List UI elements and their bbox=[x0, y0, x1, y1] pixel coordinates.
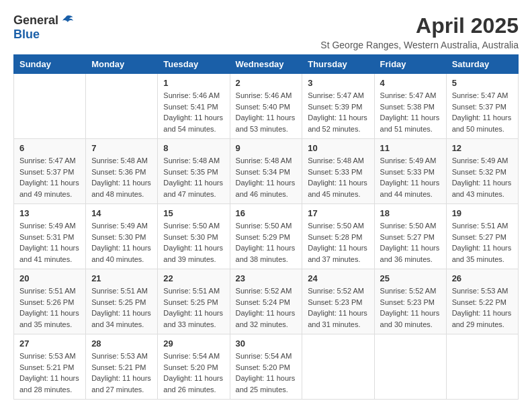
day-number: 1 bbox=[163, 78, 224, 88]
day-info: Sunrise: 5:52 AMSunset: 5:24 PMDaylight:… bbox=[236, 285, 297, 330]
day-info: Sunrise: 5:48 AMSunset: 5:35 PMDaylight:… bbox=[163, 155, 224, 199]
day-number: 17 bbox=[308, 208, 368, 218]
calendar-week-row: 13Sunrise: 5:49 AMSunset: 5:31 PMDayligh… bbox=[14, 204, 519, 269]
calendar-cell: 11Sunrise: 5:49 AMSunset: 5:33 PMDayligh… bbox=[374, 139, 446, 204]
calendar-cell: 12Sunrise: 5:49 AMSunset: 5:32 PMDayligh… bbox=[446, 139, 518, 204]
day-number: 3 bbox=[308, 78, 368, 88]
day-info: Sunrise: 5:53 AMSunset: 5:22 PMDaylight:… bbox=[452, 285, 513, 330]
day-number: 30 bbox=[236, 338, 297, 349]
calendar-cell bbox=[374, 334, 446, 400]
day-number: 15 bbox=[163, 208, 224, 218]
day-info: Sunrise: 5:52 AMSunset: 5:23 PMDaylight:… bbox=[308, 285, 368, 330]
calendar-header-tuesday: Tuesday bbox=[158, 55, 230, 74]
calendar-cell bbox=[14, 74, 86, 139]
day-number: 16 bbox=[236, 208, 297, 218]
calendar-cell: 28Sunrise: 5:53 AMSunset: 5:21 PMDayligh… bbox=[86, 334, 158, 400]
calendar-cell: 8Sunrise: 5:48 AMSunset: 5:35 PMDaylight… bbox=[158, 139, 230, 204]
header: General Blue April 2025 St George Ranges… bbox=[13, 13, 519, 50]
calendar-week-row: 20Sunrise: 5:51 AMSunset: 5:26 PMDayligh… bbox=[14, 269, 519, 334]
calendar-cell: 19Sunrise: 5:51 AMSunset: 5:27 PMDayligh… bbox=[446, 204, 518, 269]
calendar-cell bbox=[302, 334, 374, 400]
day-number: 24 bbox=[308, 273, 368, 283]
day-info: Sunrise: 5:46 AMSunset: 5:40 PMDaylight:… bbox=[236, 90, 297, 134]
calendar-week-row: 27Sunrise: 5:53 AMSunset: 5:21 PMDayligh… bbox=[14, 334, 519, 400]
calendar-header-sunday: Sunday bbox=[14, 55, 86, 74]
day-info: Sunrise: 5:49 AMSunset: 5:32 PMDaylight:… bbox=[452, 155, 513, 199]
calendar-cell: 20Sunrise: 5:51 AMSunset: 5:26 PMDayligh… bbox=[14, 269, 86, 334]
day-info: Sunrise: 5:51 AMSunset: 5:27 PMDaylight:… bbox=[452, 220, 513, 265]
day-number: 9 bbox=[236, 143, 297, 153]
day-number: 28 bbox=[91, 338, 152, 349]
calendar-header-friday: Friday bbox=[374, 55, 446, 74]
day-number: 19 bbox=[452, 208, 513, 218]
day-info: Sunrise: 5:52 AMSunset: 5:23 PMDaylight:… bbox=[380, 285, 441, 330]
day-number: 4 bbox=[380, 78, 441, 88]
day-number: 12 bbox=[452, 143, 513, 153]
day-info: Sunrise: 5:48 AMSunset: 5:34 PMDaylight:… bbox=[236, 155, 297, 199]
day-info: Sunrise: 5:49 AMSunset: 5:33 PMDaylight:… bbox=[380, 155, 441, 199]
calendar-cell: 23Sunrise: 5:52 AMSunset: 5:24 PMDayligh… bbox=[230, 269, 302, 334]
day-info: Sunrise: 5:47 AMSunset: 5:38 PMDaylight:… bbox=[380, 90, 441, 134]
day-info: Sunrise: 5:49 AMSunset: 5:31 PMDaylight:… bbox=[19, 220, 80, 265]
day-info: Sunrise: 5:47 AMSunset: 5:39 PMDaylight:… bbox=[308, 90, 368, 134]
day-info: Sunrise: 5:54 AMSunset: 5:20 PMDaylight:… bbox=[236, 351, 297, 395]
day-number: 22 bbox=[163, 273, 224, 283]
day-number: 25 bbox=[380, 273, 441, 283]
calendar-week-row: 1Sunrise: 5:46 AMSunset: 5:41 PMDaylight… bbox=[14, 74, 519, 139]
calendar-cell: 4Sunrise: 5:47 AMSunset: 5:38 PMDaylight… bbox=[374, 74, 446, 139]
title-area: April 2025 St George Ranges, Western Aus… bbox=[320, 13, 519, 50]
calendar-cell: 30Sunrise: 5:54 AMSunset: 5:20 PMDayligh… bbox=[230, 334, 302, 400]
calendar-cell bbox=[86, 74, 158, 139]
calendar-header-thursday: Thursday bbox=[302, 55, 374, 74]
day-number: 21 bbox=[91, 273, 152, 283]
calendar-cell: 22Sunrise: 5:51 AMSunset: 5:25 PMDayligh… bbox=[158, 269, 230, 334]
calendar-cell: 21Sunrise: 5:51 AMSunset: 5:25 PMDayligh… bbox=[86, 269, 158, 334]
calendar-cell: 7Sunrise: 5:48 AMSunset: 5:36 PMDaylight… bbox=[86, 139, 158, 204]
day-info: Sunrise: 5:50 AMSunset: 5:27 PMDaylight:… bbox=[380, 220, 441, 265]
day-info: Sunrise: 5:50 AMSunset: 5:28 PMDaylight:… bbox=[308, 220, 368, 265]
calendar-cell: 18Sunrise: 5:50 AMSunset: 5:27 PMDayligh… bbox=[374, 204, 446, 269]
calendar-table: SundayMondayTuesdayWednesdayThursdayFrid… bbox=[13, 54, 519, 400]
day-info: Sunrise: 5:51 AMSunset: 5:25 PMDaylight:… bbox=[91, 285, 152, 330]
day-info: Sunrise: 5:46 AMSunset: 5:41 PMDaylight:… bbox=[163, 90, 224, 134]
calendar-cell: 9Sunrise: 5:48 AMSunset: 5:34 PMDaylight… bbox=[230, 139, 302, 204]
logo-general-text: General bbox=[13, 13, 58, 28]
calendar-cell: 14Sunrise: 5:49 AMSunset: 5:30 PMDayligh… bbox=[86, 204, 158, 269]
day-number: 5 bbox=[452, 78, 513, 88]
day-info: Sunrise: 5:48 AMSunset: 5:33 PMDaylight:… bbox=[308, 155, 368, 199]
day-number: 13 bbox=[19, 208, 80, 218]
day-number: 14 bbox=[91, 208, 152, 218]
logo-blue-text: Blue bbox=[13, 28, 40, 41]
day-number: 11 bbox=[380, 143, 441, 153]
day-number: 20 bbox=[19, 273, 80, 283]
day-number: 18 bbox=[380, 208, 441, 218]
day-number: 8 bbox=[163, 143, 224, 153]
day-info: Sunrise: 5:47 AMSunset: 5:37 PMDaylight:… bbox=[19, 155, 80, 199]
day-number: 26 bbox=[452, 273, 513, 283]
calendar-cell: 6Sunrise: 5:47 AMSunset: 5:37 PMDaylight… bbox=[14, 139, 86, 204]
day-info: Sunrise: 5:51 AMSunset: 5:25 PMDaylight:… bbox=[163, 285, 224, 330]
calendar-header-monday: Monday bbox=[86, 55, 158, 74]
calendar-cell: 5Sunrise: 5:47 AMSunset: 5:37 PMDaylight… bbox=[446, 74, 518, 139]
logo: General Blue bbox=[13, 13, 73, 42]
day-info: Sunrise: 5:47 AMSunset: 5:37 PMDaylight:… bbox=[452, 90, 513, 134]
calendar-header-saturday: Saturday bbox=[446, 55, 518, 74]
calendar-cell: 25Sunrise: 5:52 AMSunset: 5:23 PMDayligh… bbox=[374, 269, 446, 334]
calendar-cell: 16Sunrise: 5:50 AMSunset: 5:29 PMDayligh… bbox=[230, 204, 302, 269]
day-info: Sunrise: 5:53 AMSunset: 5:21 PMDaylight:… bbox=[91, 351, 152, 395]
calendar-cell: 13Sunrise: 5:49 AMSunset: 5:31 PMDayligh… bbox=[14, 204, 86, 269]
calendar-week-row: 6Sunrise: 5:47 AMSunset: 5:37 PMDaylight… bbox=[14, 139, 519, 204]
calendar-cell: 2Sunrise: 5:46 AMSunset: 5:40 PMDaylight… bbox=[230, 74, 302, 139]
calendar-cell: 27Sunrise: 5:53 AMSunset: 5:21 PMDayligh… bbox=[14, 334, 86, 400]
day-number: 23 bbox=[236, 273, 297, 283]
day-number: 2 bbox=[236, 78, 297, 88]
day-info: Sunrise: 5:50 AMSunset: 5:30 PMDaylight:… bbox=[163, 220, 224, 265]
day-info: Sunrise: 5:51 AMSunset: 5:26 PMDaylight:… bbox=[19, 285, 80, 330]
day-number: 10 bbox=[308, 143, 368, 153]
logo-bird-icon bbox=[60, 15, 73, 27]
calendar-cell: 17Sunrise: 5:50 AMSunset: 5:28 PMDayligh… bbox=[302, 204, 374, 269]
calendar-cell: 3Sunrise: 5:47 AMSunset: 5:39 PMDaylight… bbox=[302, 74, 374, 139]
day-info: Sunrise: 5:48 AMSunset: 5:36 PMDaylight:… bbox=[91, 155, 152, 199]
calendar-cell: 26Sunrise: 5:53 AMSunset: 5:22 PMDayligh… bbox=[446, 269, 518, 334]
day-number: 7 bbox=[91, 143, 152, 153]
